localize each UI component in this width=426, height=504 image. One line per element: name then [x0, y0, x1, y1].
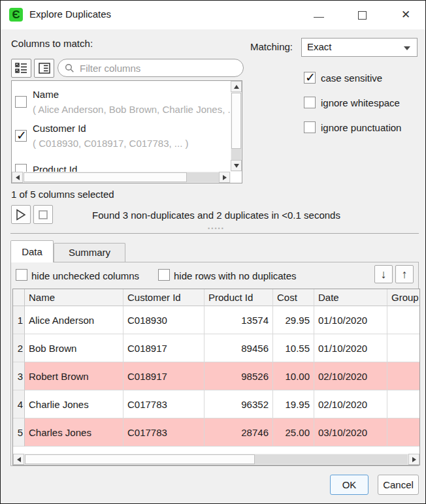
arrow-up-icon — [234, 85, 239, 89]
cell-group — [387, 390, 419, 418]
table-row[interactable]: 1 Alice Anderson C018930 13574 29.95 01/… — [13, 306, 419, 334]
result-status: Found 3 non-duplicates and 2 duplicates … — [59, 210, 373, 221]
ignore-whitespace-checkbox[interactable] — [304, 97, 316, 108]
column-item-name[interactable]: Name ( Alice Anderson, Bob Brown, Charli… — [15, 85, 231, 119]
table-row[interactable]: 4 Charlie Jones C017783 96352 19.95 02/1… — [13, 390, 419, 418]
column-item-product-id[interactable]: Product Id — [15, 153, 231, 172]
hscroll-thumb[interactable] — [25, 454, 255, 464]
scroll-left-button[interactable] — [12, 172, 23, 183]
column-checkbox-product-id[interactable] — [15, 164, 27, 172]
hide-unchecked-columns-label: hide unchecked columns — [31, 270, 139, 281]
ok-button[interactable]: OK — [330, 475, 369, 495]
chevron-down-icon — [404, 46, 410, 50]
uncheck-all-columns-button[interactable] — [34, 59, 54, 78]
table-row-duplicate[interactable]: 5 Charles Jones C017783 28746 25.00 03/1… — [13, 418, 419, 447]
scroll-up-button[interactable] — [231, 81, 242, 92]
column-name: Product Id — [33, 162, 77, 172]
header-customer-id[interactable]: Customer Id — [123, 289, 205, 306]
hide-rows-no-duplicates-checkbox[interactable] — [158, 269, 170, 281]
header-cost[interactable]: Cost — [273, 289, 314, 306]
stop-icon — [39, 210, 48, 219]
cell-customer-id: C018917 — [123, 334, 205, 362]
cell-date: 03/10/2020 — [314, 418, 387, 447]
column-item-customer-id[interactable]: ✓ Customer Id ( C018930, C018917, C01778… — [15, 119, 231, 153]
header-product-id[interactable]: Product Id — [205, 289, 273, 306]
arrow-up-icon: ↑ — [402, 268, 408, 281]
plain-list-icon — [39, 63, 50, 74]
row-number: 5 — [13, 418, 25, 447]
column-checkbox-name[interactable] — [15, 96, 27, 108]
filter-columns-input[interactable] — [78, 62, 237, 74]
columns-list-vscrollbar[interactable] — [231, 81, 242, 172]
scroll-right-button[interactable] — [219, 172, 230, 183]
matching-label: Matching: — [250, 41, 293, 52]
splitter-handle[interactable]: ••••• — [197, 225, 236, 232]
columns-selected-summary: 1 of 5 columns selected — [11, 189, 114, 200]
arrow-left-icon — [16, 175, 20, 180]
title-bar[interactable]: Є Explore Duplicates ✕ — [1, 1, 425, 29]
arrow-left-icon — [17, 457, 21, 462]
stop-button[interactable] — [33, 205, 53, 224]
column-sample-values: ( Alice Anderson, Bob Brown, Charlie Jon… — [33, 102, 231, 117]
row-number: 1 — [13, 306, 25, 334]
column-checkbox-customer-id[interactable]: ✓ — [15, 130, 27, 142]
table-row[interactable]: 2 Bob Brown C018917 89456 10.55 01/10/20… — [13, 334, 419, 362]
tab-data[interactable]: Data — [10, 240, 54, 262]
tab-summary[interactable]: Summary — [54, 243, 125, 262]
case-sensitive-checkbox[interactable]: ✓ — [304, 72, 316, 84]
columns-list: Name ( Alice Anderson, Bob Brown, Charli… — [11, 80, 242, 183]
cell-name: Bob Brown — [25, 334, 123, 362]
check-icon: ✓ — [305, 70, 316, 85]
columns-to-match-label: Columns to match: — [11, 38, 93, 49]
cell-cost: 10.00 — [273, 362, 314, 390]
columns-list-hscrollbar[interactable] — [12, 172, 231, 183]
table-header-row: Name Customer Id Product Id Cost Date Gr… — [13, 289, 419, 306]
next-duplicate-button[interactable]: ↓ — [374, 265, 393, 283]
cell-name: Robert Brown — [25, 362, 123, 390]
cell-customer-id: C018930 — [123, 306, 205, 334]
scroll-right-button[interactable] — [408, 454, 419, 465]
vscroll-thumb[interactable] — [231, 93, 241, 149]
close-icon: ✕ — [401, 8, 410, 22]
cell-product-id: 89456 — [205, 334, 273, 362]
cancel-button[interactable]: Cancel — [378, 475, 419, 495]
cell-product-id: 28746 — [205, 418, 273, 447]
hide-unchecked-columns-checkbox[interactable] — [16, 269, 27, 281]
row-number: 2 — [13, 334, 25, 362]
header-name[interactable]: Name — [25, 289, 123, 306]
run-button[interactable] — [11, 205, 31, 224]
ignore-punctuation-checkbox[interactable] — [304, 121, 316, 133]
row-number: 4 — [13, 390, 25, 418]
splitter-line — [10, 233, 419, 234]
close-button[interactable]: ✕ — [397, 1, 423, 29]
ignore-whitespace-label: ignore whitespace — [321, 97, 400, 108]
header-group[interactable]: Group — [387, 289, 419, 306]
hscroll-thumb[interactable] — [24, 172, 187, 182]
minimize-button[interactable] — [308, 1, 335, 29]
arrow-right-icon — [412, 457, 416, 462]
play-icon — [16, 209, 26, 221]
maximize-button[interactable] — [352, 1, 378, 29]
cell-group — [387, 362, 419, 390]
cell-product-id: 98526 — [205, 362, 273, 390]
matching-dropdown[interactable]: Exact — [301, 38, 418, 57]
scroll-left-button[interactable] — [13, 454, 24, 465]
ignore-punctuation-label: ignore punctuation — [321, 122, 401, 133]
filter-columns-field[interactable] — [57, 59, 244, 77]
previous-duplicate-button[interactable]: ↑ — [395, 265, 414, 283]
checked-list-icon — [15, 63, 27, 74]
header-date[interactable]: Date — [314, 289, 387, 306]
scroll-down-button[interactable] — [231, 160, 242, 171]
table-row-duplicate[interactable]: 3 Robert Brown C018917 98526 10.00 02/10… — [13, 362, 419, 390]
check-icon: ✓ — [16, 128, 27, 143]
arrow-right-icon — [223, 175, 227, 180]
minimize-icon — [314, 17, 324, 18]
cell-name: Alice Anderson — [25, 306, 123, 334]
data-tab-pane: hide unchecked columns hide rows with no… — [10, 262, 419, 466]
cell-customer-id: C017783 — [123, 418, 205, 447]
table-hscrollbar[interactable] — [13, 454, 419, 465]
check-all-columns-button[interactable] — [11, 59, 31, 78]
arrow-down-icon — [234, 164, 239, 168]
case-sensitive-label: case sensitive — [321, 72, 382, 84]
column-name: Name — [33, 87, 231, 102]
